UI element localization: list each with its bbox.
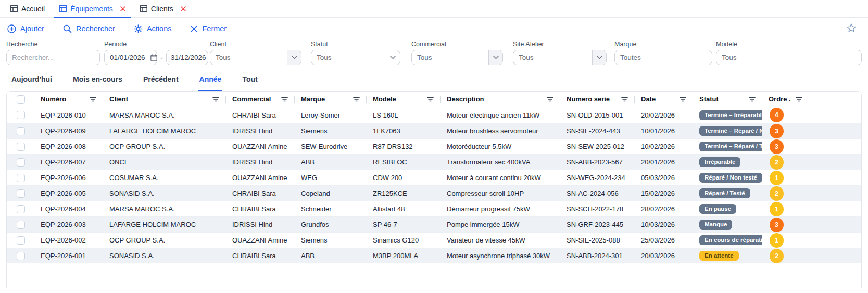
column-label: Client [109,95,128,103]
cell-ordre: 2 [762,186,809,201]
cell-numero-serie: SN-SIE-2025-088 [560,236,635,244]
statut-select[interactable]: Tous [311,50,400,65]
column-header-description[interactable]: Description [441,92,560,107]
column-header-client[interactable]: Client [103,92,226,107]
table-row[interactable]: EQP-2026-008 OCP GROUP S.A. OUAZZANI Ami… [7,138,861,154]
cell-client: LAFARGE HOLCIM MAROC [103,221,226,228]
ordre-badge: 4 [770,108,784,122]
cell-description: Variateur de vitesse 45kW [441,236,560,244]
column-header-marque[interactable]: Marque [295,92,367,107]
table-row[interactable]: EQP-2026-001 SONASID S.A. CHRAIBI Sara A… [7,248,861,263]
cell-ordre: 1 [762,233,809,248]
row-checkbox[interactable] [17,189,25,198]
filter-lines-icon[interactable] [749,97,756,102]
quick-tab-tout[interactable]: Tout [241,73,258,91]
row-checkbox[interactable] [17,221,25,229]
table-row[interactable]: EQP-2026-010 MARSA MAROC S.A. CHRAIBI Sa… [7,107,861,123]
row-checkbox[interactable] [17,143,25,151]
filter-lines-icon[interactable] [621,97,628,102]
column-header-date[interactable]: Date [635,92,693,107]
filter-lines-icon[interactable] [212,97,219,102]
filter-lines-icon[interactable] [281,97,288,102]
column-header-ordre[interactable]: Ordre ... [762,92,809,107]
table-row[interactable]: EQP-2026-003 LAFARGE HOLCIM MAROC IDRISS… [7,216,861,232]
column-header-numero-serie[interactable]: Numero serie [560,92,635,107]
quick-tab-precedent[interactable]: Précédent [142,73,180,91]
column-header-modele[interactable]: Modele [367,92,441,107]
modele-input[interactable]: Tous [716,50,862,65]
row-checkbox[interactable] [17,252,25,260]
filter-lines-icon[interactable] [427,97,434,102]
cell-statut: Terminé – Réparé / Non testé [693,126,762,136]
star-icon[interactable] [846,23,857,35]
quick-tab-aujourdhui[interactable]: Aujourd'hui [10,73,53,91]
button-label: Actions [147,24,172,33]
ordre-badge: 2 [770,186,784,201]
cell-modele: Altistart 48 [367,205,441,213]
table-row[interactable]: EQP-2026-007 ONCF IDRISSI Hind ABB RESIB… [7,154,861,170]
table-row[interactable]: EQP-2026-002 OCP GROUP S.A. OUAZZANI Ami… [7,232,861,248]
close-tab-icon[interactable] [181,6,186,11]
row-checkbox-cell [7,189,34,198]
tab-clients[interactable]: Clients [133,0,193,17]
date-from-input[interactable]: 01/01/2026 [104,50,157,65]
table-row[interactable]: EQP-2026-009 LAFARGE HOLCIM MAROC IDRISS… [7,123,861,138]
tab-label: Équipements [70,5,113,13]
search-input[interactable]: Rechercher... [6,50,100,65]
column-header-statut[interactable]: Statut [693,92,762,107]
row-checkbox[interactable] [17,111,25,119]
cell-numero: EQP-2026-009 [34,127,103,135]
table-row[interactable]: EQP-2026-006 COSUMAR S.A. OUAZZANI Amine… [7,170,861,185]
close-tab-icon[interactable] [120,6,125,11]
cell-numero: EQP-2026-002 [34,236,103,244]
window-tab-bar: Accueil Équipements Clients [0,0,868,18]
actions-button[interactable]: Actions [134,24,172,33]
tab-equipements[interactable]: Équipements [52,0,133,17]
filter-lines-icon[interactable] [796,97,802,102]
filter-lines-icon[interactable] [353,97,360,102]
commercial-select[interactable]: Tous [411,50,503,65]
row-checkbox[interactable] [17,205,25,213]
marque-input[interactable]: Toutes [614,50,712,65]
row-checkbox[interactable] [17,158,25,167]
row-checkbox[interactable] [17,236,25,245]
rechercher-button[interactable]: Rechercher [63,24,115,33]
quick-tab-mois-en-cours[interactable]: Mois en-cours [72,73,123,91]
chevron-down-icon[interactable] [488,50,502,65]
cell-client: COSUMAR S.A. [103,174,226,182]
site-atelier-select[interactable]: Tous [513,50,607,65]
row-checkbox-cell [7,111,34,119]
column-label: Statut [699,95,719,103]
cell-numero: EQP-2026-005 [34,189,103,197]
table-row[interactable]: EQP-2026-004 MARSA MAROC S.A. CHRAIBI Sa… [7,201,861,216]
fermer-button[interactable]: Fermer [190,24,227,33]
date-to-input[interactable]: 31/12/2026 [166,50,208,65]
cell-statut: En pause [693,204,762,214]
cell-date: 28/02/2026 [635,205,693,213]
cell-numero-serie: SN-SEW-2025-012 [560,143,635,150]
filter-lines-icon[interactable] [547,97,553,102]
column-header-numero[interactable]: Numéro [34,92,103,107]
calendar-icon[interactable] [150,54,157,61]
cell-date: 10/03/2026 [635,221,693,228]
filter-lines-icon[interactable] [90,97,96,102]
select-all-checkbox[interactable] [17,95,25,104]
filter-lines-icon[interactable] [680,97,686,102]
status-badge: En cours de réparation [699,235,762,245]
cell-ordre: 4 [762,108,809,122]
gear-icon [134,24,143,33]
table-row[interactable]: EQP-2026-005 SONASID S.A. CHRAIBI Sara C… [7,185,861,201]
status-badge: Manque [699,220,732,230]
cell-numero: EQP-2026-010 [34,111,103,119]
tab-accueil[interactable]: Accueil [3,0,52,17]
column-header-commercial[interactable]: Commercial [226,92,295,107]
chevron-down-icon[interactable] [592,50,606,65]
quick-tab-annee[interactable]: Année [198,73,223,91]
chevron-down-icon[interactable] [287,50,301,65]
row-checkbox[interactable] [17,127,25,135]
cell-client: OCP GROUP S.A. [103,236,226,244]
row-checkbox[interactable] [17,174,25,182]
client-select[interactable]: Tous [210,50,301,65]
cell-ordre: 1 [762,202,809,216]
ajouter-button[interactable]: Ajouter [7,24,44,33]
